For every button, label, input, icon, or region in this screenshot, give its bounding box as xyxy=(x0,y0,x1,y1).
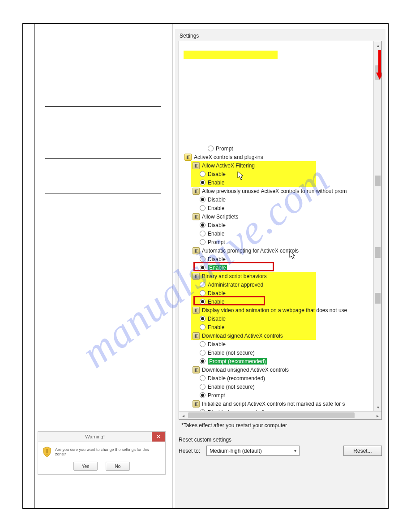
radio-button[interactable] xyxy=(200,231,206,236)
radio-button[interactable] xyxy=(200,256,206,262)
reset-button[interactable]: Reset... xyxy=(343,446,382,456)
reset-level-value: Medium-high (default) xyxy=(210,448,262,454)
warning-close-button[interactable]: ✕ xyxy=(152,432,165,442)
scroll-up-button[interactable]: ▴ xyxy=(374,41,382,49)
right-column: Settings ▴ ▾ ◂ ▸ xyxy=(172,24,388,508)
radio-button[interactable] xyxy=(200,358,206,364)
radio-button[interactable] xyxy=(200,290,206,296)
category-icon: ◧ xyxy=(193,332,200,339)
option-prev_unused-disable[interactable]: Disable xyxy=(182,195,373,204)
close-icon: ✕ xyxy=(156,434,161,439)
radio-button[interactable] xyxy=(200,409,206,411)
radio-button[interactable] xyxy=(200,205,206,211)
radio-button[interactable] xyxy=(200,299,206,305)
reset-group-label: Reset custom settings xyxy=(179,437,382,443)
category-icon: ◧ xyxy=(193,188,200,195)
category-icon: ◧ xyxy=(193,273,200,280)
option-init_script-disable-recommended-[interactable]: Disable (recommended) xyxy=(182,408,373,411)
warning-no-button[interactable]: No xyxy=(106,462,130,471)
reset-level-select[interactable]: Medium-high (default) ▾ xyxy=(206,446,300,456)
option-dl_unsigned-disable-recommended-[interactable]: Disable (recommended) xyxy=(182,374,373,382)
category-scriptlets: ◧Allow Scriptlets xyxy=(182,212,373,221)
svg-rect-2 xyxy=(378,50,381,73)
category-allow_filtering: ◧Allow ActiveX Filtering xyxy=(182,161,373,170)
option-binary_script-administrator-approved[interactable]: Administrator approved xyxy=(182,280,373,289)
radio-button[interactable] xyxy=(200,324,206,330)
shield-icon xyxy=(43,446,51,457)
category-icon: ◧ xyxy=(193,400,200,408)
option-auto_prompt-enable[interactable]: Enable xyxy=(182,263,373,272)
underline-1 xyxy=(45,106,161,107)
category-icon: ◧ xyxy=(193,307,200,314)
option-scriptlets-disable[interactable]: Disable xyxy=(182,221,373,229)
reset-custom-settings-group: Reset custom settings Reset to: Medium-h… xyxy=(179,437,382,456)
radio-button[interactable] xyxy=(200,197,206,202)
option-dl_unsigned-prompt[interactable]: Prompt xyxy=(182,391,373,399)
option-display_video-disable[interactable]: Disable xyxy=(182,314,373,323)
warning-message: Are you sure you want to change the sett… xyxy=(55,446,161,456)
option-dl_signed-prompt-recommended-[interactable]: Prompt (recommended) xyxy=(182,357,373,365)
annotation-red-arrow-icon xyxy=(376,50,382,82)
radio-button[interactable] xyxy=(200,375,206,381)
scroll-marker xyxy=(375,176,381,186)
left-column: Warning! ✕ Are you sure you want to chan… xyxy=(34,24,172,508)
chevron-down-icon: ▾ xyxy=(294,448,296,453)
radio-button[interactable] xyxy=(200,392,206,398)
category-icon: ◧ xyxy=(193,366,200,373)
option-dl_signed-enable-not-secure-[interactable]: Enable (not secure) xyxy=(182,348,373,357)
underline-2 xyxy=(45,158,161,159)
radio-button[interactable] xyxy=(200,171,206,177)
svg-rect-0 xyxy=(47,449,47,453)
radio-button[interactable] xyxy=(200,384,206,390)
category-icon: ◧ xyxy=(193,213,200,220)
page-frame: Warning! ✕ Are you sure you want to chan… xyxy=(22,23,389,509)
option-prev_unused-enable[interactable]: Enable xyxy=(182,204,373,212)
left-gutter xyxy=(23,24,34,508)
category-display_video: ◧Display video and animation on a webpag… xyxy=(182,306,373,314)
option-display_video-enable[interactable]: Enable xyxy=(182,323,373,331)
radio-button[interactable] xyxy=(208,146,214,151)
radio-button[interactable] xyxy=(200,350,206,356)
option-prompt-top[interactable]: Prompt xyxy=(182,144,373,153)
scroll-marker xyxy=(375,293,381,304)
underline-3 xyxy=(45,193,161,193)
scroll-left-button[interactable]: ◂ xyxy=(179,412,187,420)
scroll-down-button[interactable]: ▾ xyxy=(374,403,382,411)
radio-button[interactable] xyxy=(200,316,206,322)
option-auto_prompt-disable[interactable]: Disable xyxy=(182,255,373,263)
warning-dialog: Warning! ✕ Are you sure you want to chan… xyxy=(38,431,166,475)
option-binary_script-disable[interactable]: Disable xyxy=(182,289,373,297)
warning-title: Warning! xyxy=(38,434,152,439)
scroll-right-button[interactable]: ▸ xyxy=(373,412,381,420)
category-icon: ◧ xyxy=(193,162,200,169)
svg-marker-3 xyxy=(376,73,382,80)
category-dl_signed: ◧Download signed ActiveX controls xyxy=(182,331,373,340)
radio-button[interactable] xyxy=(200,282,206,287)
option-dl_unsigned-enable-not-secure-[interactable]: Enable (not secure) xyxy=(182,382,373,391)
option-dl_signed-disable[interactable]: Disable xyxy=(182,340,373,348)
category-dl_unsigned: ◧Download unsigned ActiveX controls xyxy=(182,365,373,374)
horizontal-scrollbar[interactable]: ◂ ▸ xyxy=(179,411,381,419)
option-allow_filtering-enable[interactable]: Enable xyxy=(182,178,373,187)
option-scriptlets-enable[interactable]: Enable xyxy=(182,229,373,238)
radio-button[interactable] xyxy=(200,239,206,245)
vertical-scrollbar[interactable]: ▴ ▾ xyxy=(373,41,381,411)
option-scriptlets-prompt[interactable]: Prompt xyxy=(182,238,373,246)
radio-button[interactable] xyxy=(200,265,206,270)
scroll-marker xyxy=(375,247,381,258)
option-allow_filtering-disable[interactable]: Disable xyxy=(182,170,373,178)
radio-button[interactable] xyxy=(200,341,206,347)
category-binary_script: ◧Binary and script behaviors xyxy=(182,272,373,280)
reset-to-label: Reset to: xyxy=(179,448,200,454)
option-binary_script-enable[interactable]: Enable xyxy=(182,297,373,306)
warning-yes-button[interactable]: Yes xyxy=(73,462,98,471)
scroll-thumb-horizontal[interactable] xyxy=(188,412,355,418)
highlight-activex-root xyxy=(184,51,278,59)
settings-footnote: *Takes effect after you restart your com… xyxy=(181,422,381,429)
warning-titlebar: Warning! ✕ xyxy=(38,432,165,442)
category-prev_unused: ◧Allow previously unused ActiveX control… xyxy=(182,187,373,195)
settings-listbox: ▴ ▾ ◂ ▸ xyxy=(179,41,382,420)
radio-button[interactable] xyxy=(200,180,206,185)
category-icon: ◧ xyxy=(184,154,192,161)
radio-button[interactable] xyxy=(200,222,206,228)
